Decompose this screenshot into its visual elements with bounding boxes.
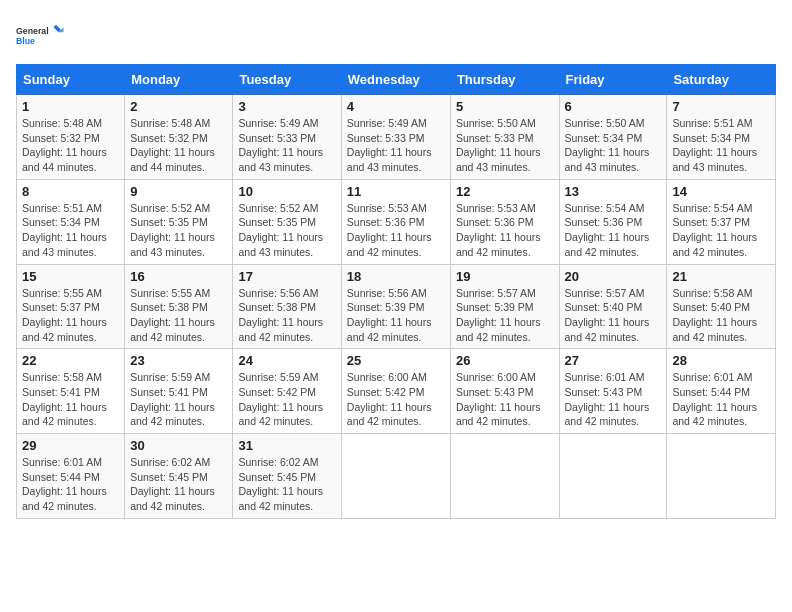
week-row-5: 29 Sunrise: 6:01 AM Sunset: 5:44 PM Dayl… — [17, 434, 776, 519]
day-cell: 14 Sunrise: 5:54 AM Sunset: 5:37 PM Dayl… — [667, 179, 776, 264]
day-cell: 28 Sunrise: 6:01 AM Sunset: 5:44 PM Dayl… — [667, 349, 776, 434]
day-cell — [667, 434, 776, 519]
day-detail: Sunrise: 5:50 AM Sunset: 5:33 PM Dayligh… — [456, 116, 554, 175]
day-number: 5 — [456, 99, 554, 114]
day-cell: 12 Sunrise: 5:53 AM Sunset: 5:36 PM Dayl… — [450, 179, 559, 264]
day-number: 27 — [565, 353, 662, 368]
day-detail: Sunrise: 5:57 AM Sunset: 5:39 PM Dayligh… — [456, 286, 554, 345]
col-header-thursday: Thursday — [450, 65, 559, 95]
day-cell: 4 Sunrise: 5:49 AM Sunset: 5:33 PM Dayli… — [341, 95, 450, 180]
svg-text:General: General — [16, 26, 49, 36]
day-number: 11 — [347, 184, 445, 199]
day-cell: 27 Sunrise: 6:01 AM Sunset: 5:43 PM Dayl… — [559, 349, 667, 434]
day-detail: Sunrise: 5:55 AM Sunset: 5:38 PM Dayligh… — [130, 286, 227, 345]
day-number: 1 — [22, 99, 119, 114]
day-number: 29 — [22, 438, 119, 453]
week-row-3: 15 Sunrise: 5:55 AM Sunset: 5:37 PM Dayl… — [17, 264, 776, 349]
day-detail: Sunrise: 6:01 AM Sunset: 5:43 PM Dayligh… — [565, 370, 662, 429]
svg-text:Blue: Blue — [16, 36, 35, 46]
day-detail: Sunrise: 5:56 AM Sunset: 5:38 PM Dayligh… — [238, 286, 335, 345]
day-number: 15 — [22, 269, 119, 284]
day-cell: 19 Sunrise: 5:57 AM Sunset: 5:39 PM Dayl… — [450, 264, 559, 349]
day-number: 3 — [238, 99, 335, 114]
day-detail: Sunrise: 5:50 AM Sunset: 5:34 PM Dayligh… — [565, 116, 662, 175]
day-number: 10 — [238, 184, 335, 199]
day-detail: Sunrise: 5:52 AM Sunset: 5:35 PM Dayligh… — [238, 201, 335, 260]
day-number: 14 — [672, 184, 770, 199]
day-detail: Sunrise: 6:02 AM Sunset: 5:45 PM Dayligh… — [130, 455, 227, 514]
day-number: 28 — [672, 353, 770, 368]
day-detail: Sunrise: 6:01 AM Sunset: 5:44 PM Dayligh… — [672, 370, 770, 429]
day-number: 12 — [456, 184, 554, 199]
day-cell: 2 Sunrise: 5:48 AM Sunset: 5:32 PM Dayli… — [125, 95, 233, 180]
day-number: 13 — [565, 184, 662, 199]
col-header-saturday: Saturday — [667, 65, 776, 95]
header: General Blue — [16, 16, 776, 56]
day-number: 9 — [130, 184, 227, 199]
day-number: 21 — [672, 269, 770, 284]
day-detail: Sunrise: 5:59 AM Sunset: 5:41 PM Dayligh… — [130, 370, 227, 429]
day-detail: Sunrise: 5:49 AM Sunset: 5:33 PM Dayligh… — [238, 116, 335, 175]
day-cell — [559, 434, 667, 519]
day-cell: 18 Sunrise: 5:56 AM Sunset: 5:39 PM Dayl… — [341, 264, 450, 349]
day-cell: 3 Sunrise: 5:49 AM Sunset: 5:33 PM Dayli… — [233, 95, 341, 180]
col-header-sunday: Sunday — [17, 65, 125, 95]
col-header-friday: Friday — [559, 65, 667, 95]
day-number: 23 — [130, 353, 227, 368]
day-cell: 30 Sunrise: 6:02 AM Sunset: 5:45 PM Dayl… — [125, 434, 233, 519]
day-cell: 9 Sunrise: 5:52 AM Sunset: 5:35 PM Dayli… — [125, 179, 233, 264]
day-number: 7 — [672, 99, 770, 114]
day-detail: Sunrise: 5:54 AM Sunset: 5:37 PM Dayligh… — [672, 201, 770, 260]
day-number: 22 — [22, 353, 119, 368]
col-header-wednesday: Wednesday — [341, 65, 450, 95]
day-detail: Sunrise: 5:59 AM Sunset: 5:42 PM Dayligh… — [238, 370, 335, 429]
day-cell: 29 Sunrise: 6:01 AM Sunset: 5:44 PM Dayl… — [17, 434, 125, 519]
day-cell: 20 Sunrise: 5:57 AM Sunset: 5:40 PM Dayl… — [559, 264, 667, 349]
day-detail: Sunrise: 5:56 AM Sunset: 5:39 PM Dayligh… — [347, 286, 445, 345]
day-detail: Sunrise: 5:51 AM Sunset: 5:34 PM Dayligh… — [672, 116, 770, 175]
day-detail: Sunrise: 5:53 AM Sunset: 5:36 PM Dayligh… — [456, 201, 554, 260]
logo: General Blue — [16, 16, 66, 56]
day-cell: 13 Sunrise: 5:54 AM Sunset: 5:36 PM Dayl… — [559, 179, 667, 264]
day-cell: 22 Sunrise: 5:58 AM Sunset: 5:41 PM Dayl… — [17, 349, 125, 434]
day-cell: 8 Sunrise: 5:51 AM Sunset: 5:34 PM Dayli… — [17, 179, 125, 264]
logo-svg: General Blue — [16, 16, 66, 56]
day-detail: Sunrise: 5:54 AM Sunset: 5:36 PM Dayligh… — [565, 201, 662, 260]
week-row-1: 1 Sunrise: 5:48 AM Sunset: 5:32 PM Dayli… — [17, 95, 776, 180]
week-row-2: 8 Sunrise: 5:51 AM Sunset: 5:34 PM Dayli… — [17, 179, 776, 264]
day-cell — [341, 434, 450, 519]
day-number: 6 — [565, 99, 662, 114]
day-detail: Sunrise: 6:00 AM Sunset: 5:42 PM Dayligh… — [347, 370, 445, 429]
day-number: 4 — [347, 99, 445, 114]
day-cell: 1 Sunrise: 5:48 AM Sunset: 5:32 PM Dayli… — [17, 95, 125, 180]
col-header-monday: Monday — [125, 65, 233, 95]
calendar-table: SundayMondayTuesdayWednesdayThursdayFrid… — [16, 64, 776, 519]
header-row: SundayMondayTuesdayWednesdayThursdayFrid… — [17, 65, 776, 95]
day-cell: 26 Sunrise: 6:00 AM Sunset: 5:43 PM Dayl… — [450, 349, 559, 434]
day-detail: Sunrise: 5:51 AM Sunset: 5:34 PM Dayligh… — [22, 201, 119, 260]
day-detail: Sunrise: 5:52 AM Sunset: 5:35 PM Dayligh… — [130, 201, 227, 260]
day-detail: Sunrise: 5:57 AM Sunset: 5:40 PM Dayligh… — [565, 286, 662, 345]
day-cell: 23 Sunrise: 5:59 AM Sunset: 5:41 PM Dayl… — [125, 349, 233, 434]
week-row-4: 22 Sunrise: 5:58 AM Sunset: 5:41 PM Dayl… — [17, 349, 776, 434]
day-cell: 31 Sunrise: 6:02 AM Sunset: 5:45 PM Dayl… — [233, 434, 341, 519]
day-cell: 16 Sunrise: 5:55 AM Sunset: 5:38 PM Dayl… — [125, 264, 233, 349]
day-cell: 7 Sunrise: 5:51 AM Sunset: 5:34 PM Dayli… — [667, 95, 776, 180]
col-header-tuesday: Tuesday — [233, 65, 341, 95]
day-detail: Sunrise: 6:01 AM Sunset: 5:44 PM Dayligh… — [22, 455, 119, 514]
day-detail: Sunrise: 6:00 AM Sunset: 5:43 PM Dayligh… — [456, 370, 554, 429]
day-number: 16 — [130, 269, 227, 284]
day-cell: 5 Sunrise: 5:50 AM Sunset: 5:33 PM Dayli… — [450, 95, 559, 180]
day-number: 19 — [456, 269, 554, 284]
day-number: 26 — [456, 353, 554, 368]
day-cell: 11 Sunrise: 5:53 AM Sunset: 5:36 PM Dayl… — [341, 179, 450, 264]
day-detail: Sunrise: 5:49 AM Sunset: 5:33 PM Dayligh… — [347, 116, 445, 175]
day-number: 25 — [347, 353, 445, 368]
day-detail: Sunrise: 5:58 AM Sunset: 5:40 PM Dayligh… — [672, 286, 770, 345]
day-cell: 6 Sunrise: 5:50 AM Sunset: 5:34 PM Dayli… — [559, 95, 667, 180]
day-number: 20 — [565, 269, 662, 284]
day-detail: Sunrise: 5:53 AM Sunset: 5:36 PM Dayligh… — [347, 201, 445, 260]
day-cell: 15 Sunrise: 5:55 AM Sunset: 5:37 PM Dayl… — [17, 264, 125, 349]
day-detail: Sunrise: 6:02 AM Sunset: 5:45 PM Dayligh… — [238, 455, 335, 514]
day-detail: Sunrise: 5:48 AM Sunset: 5:32 PM Dayligh… — [130, 116, 227, 175]
